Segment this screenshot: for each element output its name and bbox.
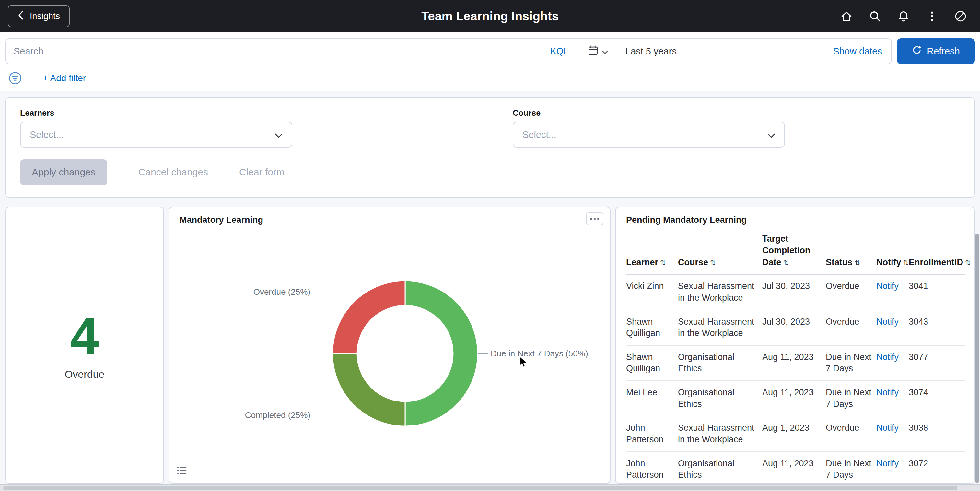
cell-status: Overdue [826,416,876,451]
pending-learning-panel: Pending Mandatory Learning Learner⇅ Cour… [615,207,975,483]
cell-status: Due in Next 7 Days [826,381,876,416]
date-range-value[interactable]: Last 5 years [625,46,677,57]
home-icon[interactable] [835,5,858,28]
legend-toggle-icon[interactable] [177,466,187,477]
cell-notify: Notify [876,452,909,483]
table-row: John Patterson Sexual Harassment in the … [626,416,965,451]
dashboard-content: Learners Select... Course Select... [0,91,980,483]
learners-select-placeholder: Select... [30,129,275,140]
learners-field: Learners Select... [20,108,467,148]
overflow-menu-icon[interactable] [920,5,944,28]
notify-link[interactable]: Notify [876,352,899,362]
sort-icon: ⇅ [903,259,909,267]
col-header-course[interactable]: Course⇅ [678,230,762,274]
cancel-changes-button[interactable]: Cancel changes [138,167,208,178]
cell-learner: John Patterson [626,416,678,451]
cell-target-date: Aug 11, 2023 [762,345,826,381]
search-input[interactable] [14,46,548,57]
chevron-down-icon [767,129,775,141]
cell-target-date: Jul 30, 2023 [762,310,826,345]
clear-form-button[interactable]: Clear form [239,167,285,178]
apply-changes-button[interactable]: Apply changes [20,159,107,185]
panel-title: Mandatory Learning [169,207,610,226]
table-body: Vicki Zinn Sexual Harassment in the Work… [626,274,965,483]
notifications-bell-icon[interactable] [892,5,915,28]
refresh-label: Refresh [927,46,960,57]
panels-row: 4 Overdue Mandatory Learning Overdue (25… [5,207,975,483]
refresh-button[interactable]: Refresh [897,38,975,64]
breadcrumb-label: Insights [30,11,60,21]
donut-slice-due-in-next-7-days[interactable] [405,281,478,426]
col-header-learner[interactable]: Learner⇅ [626,230,678,274]
filter-bar-divider [28,78,37,78]
cell-target-date: Aug 1, 2023 [762,416,826,451]
notify-link[interactable]: Notify [876,423,899,433]
cell-learner: Shawn Quilligan [626,310,678,345]
pending-learning-table: Learner⇅ Course⇅ Target Completion Date⇅… [626,230,965,483]
col-header-target-date[interactable]: Target Completion Date⇅ [762,230,826,274]
cell-learner: Shawn Quilligan [626,345,678,381]
cell-course: Sexual Harassment in the Workplace [678,274,762,310]
learners-select[interactable]: Select... [20,122,292,148]
cell-course: Organisational Ethics [678,452,762,483]
cell-enrollment-id: 3041 [909,274,965,310]
add-filter-link[interactable]: + Add filter [43,73,86,83]
col-header-status[interactable]: Status⇅ [826,230,876,274]
cell-notify: Notify [876,381,909,416]
show-dates-link[interactable]: Show dates [833,46,882,57]
cell-learner: John Patterson [626,452,678,483]
panel-options-icon[interactable] [586,212,603,225]
notify-link[interactable]: Notify [876,317,899,327]
calendar-icon [587,45,599,58]
horizontal-scrollbar-thumb[interactable] [3,486,957,490]
table-header-row: Learner⇅ Course⇅ Target Completion Date⇅… [626,230,965,274]
vertical-scrollbar[interactable] [975,233,979,483]
chevron-left-icon [18,10,24,23]
breadcrumb-back-button[interactable]: Insights [8,5,70,27]
horizontal-scrollbar[interactable] [0,484,980,491]
mandatory-learning-panel: Mandatory Learning Overdue (25%) Due in … [169,207,611,483]
cell-notify: Notify [876,274,909,310]
cell-status: Overdue [826,310,876,345]
cell-course: Organisational Ethics [678,345,762,381]
cell-notify: Notify [876,310,909,345]
sort-icon: ⇅ [854,259,861,267]
metric-value: 4 [70,310,99,362]
cell-enrollment-id: 3072 [909,452,965,483]
notify-link[interactable]: Notify [876,459,899,468]
overdue-metric-panel: 4 Overdue [5,207,164,483]
table-row: Vicki Zinn Sexual Harassment in the Work… [626,274,965,310]
kql-button[interactable]: KQL [548,46,571,56]
search-icon[interactable] [863,5,887,28]
filter-bar: + Add filter [0,69,980,91]
chart-label-due: Due in Next 7 Days (50%) [491,349,588,359]
table-row: John Patterson Organisational Ethics Aug… [626,452,965,483]
filter-coin-icon[interactable] [8,71,22,85]
cell-course: Sexual Harassment in the Workplace [678,416,762,451]
cell-target-date: Aug 11, 2023 [762,452,826,483]
search-field-wrap: KQL [6,39,579,64]
notify-link[interactable]: Notify [876,281,899,291]
date-picker: Last 5 years Show dates [616,39,891,64]
metric-label: Overdue [65,368,105,380]
table-row: Shawn Quilligan Sexual Harassment in the… [626,310,965,345]
col-header-notify[interactable]: Notify⇅ [876,230,909,274]
course-select-placeholder: Select... [522,129,767,140]
cell-course: Organisational Ethics [678,381,762,416]
course-label: Course [513,108,960,118]
sort-icon: ⇅ [710,259,716,267]
course-select[interactable]: Select... [513,122,785,148]
notify-link[interactable]: Notify [876,387,899,397]
panel-title: Pending Mandatory Learning [626,215,964,225]
top-navbar: Insights Team Learning Insights [0,0,980,32]
chart-label-completed: Completed (25%) [245,410,310,420]
cell-notify: Notify [876,416,909,451]
cell-enrollment-id: 3038 [909,416,965,451]
filter-form-panel: Learners Select... Course Select... [5,97,975,198]
col-header-enrollment-id[interactable]: EnrollmentID⇅ [909,230,965,274]
date-quick-select-button[interactable] [579,39,616,64]
sort-icon: ⇅ [965,259,971,267]
cell-enrollment-id: 3077 [909,345,965,381]
donut-chart-area: Overdue (25%) Due in Next 7 Days (50%) C… [169,226,610,481]
circle-slash-icon[interactable] [949,5,972,28]
